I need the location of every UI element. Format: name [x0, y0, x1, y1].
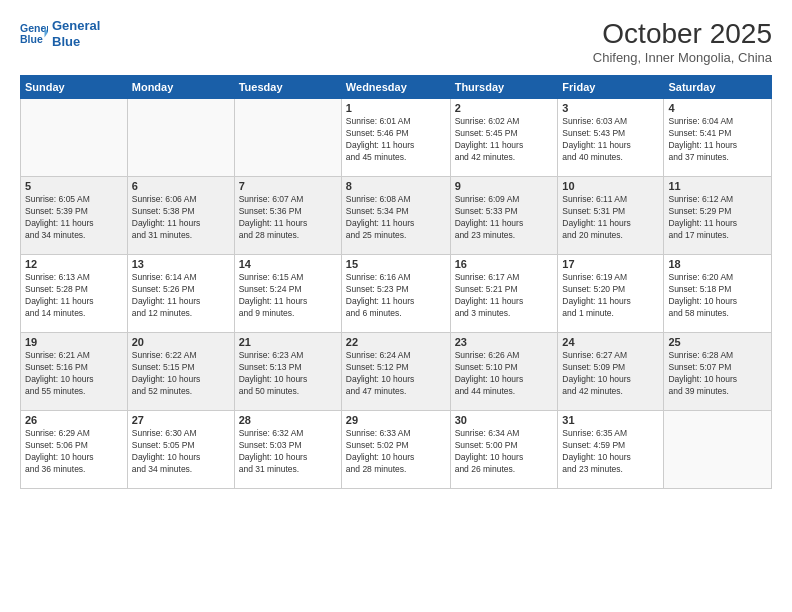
day-number: 3	[562, 102, 659, 114]
day-number: 19	[25, 336, 123, 348]
table-row: 24Sunrise: 6:27 AM Sunset: 5:09 PM Dayli…	[558, 333, 664, 411]
day-info: Sunrise: 6:14 AM Sunset: 5:26 PM Dayligh…	[132, 272, 230, 320]
day-number: 16	[455, 258, 554, 270]
table-row: 19Sunrise: 6:21 AM Sunset: 5:16 PM Dayli…	[21, 333, 128, 411]
day-number: 27	[132, 414, 230, 426]
col-saturday: Saturday	[664, 76, 772, 99]
table-row: 10Sunrise: 6:11 AM Sunset: 5:31 PM Dayli…	[558, 177, 664, 255]
logo-text-blue: Blue	[52, 34, 100, 50]
day-info: Sunrise: 6:26 AM Sunset: 5:10 PM Dayligh…	[455, 350, 554, 398]
col-sunday: Sunday	[21, 76, 128, 99]
day-number: 9	[455, 180, 554, 192]
table-row: 12Sunrise: 6:13 AM Sunset: 5:28 PM Dayli…	[21, 255, 128, 333]
day-number: 22	[346, 336, 446, 348]
day-info: Sunrise: 6:19 AM Sunset: 5:20 PM Dayligh…	[562, 272, 659, 320]
day-info: Sunrise: 6:30 AM Sunset: 5:05 PM Dayligh…	[132, 428, 230, 476]
logo: General Blue General Blue	[20, 18, 100, 49]
month-title: October 2025	[593, 18, 772, 50]
day-number: 2	[455, 102, 554, 114]
day-info: Sunrise: 6:27 AM Sunset: 5:09 PM Dayligh…	[562, 350, 659, 398]
table-row: 15Sunrise: 6:16 AM Sunset: 5:23 PM Dayli…	[341, 255, 450, 333]
day-number: 29	[346, 414, 446, 426]
location: Chifeng, Inner Mongolia, China	[593, 50, 772, 65]
day-number: 31	[562, 414, 659, 426]
table-row	[21, 99, 128, 177]
day-number: 18	[668, 258, 767, 270]
calendar: Sunday Monday Tuesday Wednesday Thursday…	[20, 75, 772, 489]
day-info: Sunrise: 6:16 AM Sunset: 5:23 PM Dayligh…	[346, 272, 446, 320]
col-thursday: Thursday	[450, 76, 558, 99]
day-number: 24	[562, 336, 659, 348]
day-info: Sunrise: 6:13 AM Sunset: 5:28 PM Dayligh…	[25, 272, 123, 320]
svg-text:Blue: Blue	[20, 32, 43, 44]
day-number: 20	[132, 336, 230, 348]
table-row: 20Sunrise: 6:22 AM Sunset: 5:15 PM Dayli…	[127, 333, 234, 411]
day-info: Sunrise: 6:32 AM Sunset: 5:03 PM Dayligh…	[239, 428, 337, 476]
calendar-week-row: 26Sunrise: 6:29 AM Sunset: 5:06 PM Dayli…	[21, 411, 772, 489]
col-friday: Friday	[558, 76, 664, 99]
col-wednesday: Wednesday	[341, 76, 450, 99]
day-number: 11	[668, 180, 767, 192]
calendar-header-row: Sunday Monday Tuesday Wednesday Thursday…	[21, 76, 772, 99]
table-row	[234, 99, 341, 177]
day-number: 8	[346, 180, 446, 192]
day-number: 1	[346, 102, 446, 114]
day-number: 6	[132, 180, 230, 192]
day-number: 10	[562, 180, 659, 192]
table-row: 31Sunrise: 6:35 AM Sunset: 4:59 PM Dayli…	[558, 411, 664, 489]
table-row: 29Sunrise: 6:33 AM Sunset: 5:02 PM Dayli…	[341, 411, 450, 489]
day-info: Sunrise: 6:22 AM Sunset: 5:15 PM Dayligh…	[132, 350, 230, 398]
table-row: 11Sunrise: 6:12 AM Sunset: 5:29 PM Dayli…	[664, 177, 772, 255]
day-info: Sunrise: 6:17 AM Sunset: 5:21 PM Dayligh…	[455, 272, 554, 320]
day-info: Sunrise: 6:34 AM Sunset: 5:00 PM Dayligh…	[455, 428, 554, 476]
day-info: Sunrise: 6:23 AM Sunset: 5:13 PM Dayligh…	[239, 350, 337, 398]
table-row: 27Sunrise: 6:30 AM Sunset: 5:05 PM Dayli…	[127, 411, 234, 489]
table-row: 9Sunrise: 6:09 AM Sunset: 5:33 PM Daylig…	[450, 177, 558, 255]
day-info: Sunrise: 6:28 AM Sunset: 5:07 PM Dayligh…	[668, 350, 767, 398]
header: General Blue General Blue October 2025 C…	[20, 18, 772, 65]
day-number: 30	[455, 414, 554, 426]
day-number: 12	[25, 258, 123, 270]
table-row: 28Sunrise: 6:32 AM Sunset: 5:03 PM Dayli…	[234, 411, 341, 489]
day-info: Sunrise: 6:35 AM Sunset: 4:59 PM Dayligh…	[562, 428, 659, 476]
calendar-week-row: 19Sunrise: 6:21 AM Sunset: 5:16 PM Dayli…	[21, 333, 772, 411]
table-row: 2Sunrise: 6:02 AM Sunset: 5:45 PM Daylig…	[450, 99, 558, 177]
day-info: Sunrise: 6:11 AM Sunset: 5:31 PM Dayligh…	[562, 194, 659, 242]
table-row: 17Sunrise: 6:19 AM Sunset: 5:20 PM Dayli…	[558, 255, 664, 333]
table-row	[664, 411, 772, 489]
table-row: 23Sunrise: 6:26 AM Sunset: 5:10 PM Dayli…	[450, 333, 558, 411]
calendar-week-row: 1Sunrise: 6:01 AM Sunset: 5:46 PM Daylig…	[21, 99, 772, 177]
day-number: 17	[562, 258, 659, 270]
day-number: 14	[239, 258, 337, 270]
day-number: 23	[455, 336, 554, 348]
day-number: 21	[239, 336, 337, 348]
day-info: Sunrise: 6:05 AM Sunset: 5:39 PM Dayligh…	[25, 194, 123, 242]
col-monday: Monday	[127, 76, 234, 99]
table-row: 4Sunrise: 6:04 AM Sunset: 5:41 PM Daylig…	[664, 99, 772, 177]
day-number: 26	[25, 414, 123, 426]
table-row: 1Sunrise: 6:01 AM Sunset: 5:46 PM Daylig…	[341, 99, 450, 177]
day-number: 4	[668, 102, 767, 114]
table-row	[127, 99, 234, 177]
logo-icon: General Blue	[20, 20, 48, 48]
table-row: 7Sunrise: 6:07 AM Sunset: 5:36 PM Daylig…	[234, 177, 341, 255]
table-row: 3Sunrise: 6:03 AM Sunset: 5:43 PM Daylig…	[558, 99, 664, 177]
day-number: 13	[132, 258, 230, 270]
day-info: Sunrise: 6:29 AM Sunset: 5:06 PM Dayligh…	[25, 428, 123, 476]
title-block: October 2025 Chifeng, Inner Mongolia, Ch…	[593, 18, 772, 65]
table-row: 22Sunrise: 6:24 AM Sunset: 5:12 PM Dayli…	[341, 333, 450, 411]
table-row: 6Sunrise: 6:06 AM Sunset: 5:38 PM Daylig…	[127, 177, 234, 255]
table-row: 26Sunrise: 6:29 AM Sunset: 5:06 PM Dayli…	[21, 411, 128, 489]
day-number: 5	[25, 180, 123, 192]
day-number: 15	[346, 258, 446, 270]
day-info: Sunrise: 6:04 AM Sunset: 5:41 PM Dayligh…	[668, 116, 767, 164]
day-info: Sunrise: 6:01 AM Sunset: 5:46 PM Dayligh…	[346, 116, 446, 164]
day-number: 28	[239, 414, 337, 426]
logo-text-general: General	[52, 18, 100, 34]
table-row: 25Sunrise: 6:28 AM Sunset: 5:07 PM Dayli…	[664, 333, 772, 411]
day-info: Sunrise: 6:15 AM Sunset: 5:24 PM Dayligh…	[239, 272, 337, 320]
table-row: 30Sunrise: 6:34 AM Sunset: 5:00 PM Dayli…	[450, 411, 558, 489]
calendar-week-row: 12Sunrise: 6:13 AM Sunset: 5:28 PM Dayli…	[21, 255, 772, 333]
day-info: Sunrise: 6:09 AM Sunset: 5:33 PM Dayligh…	[455, 194, 554, 242]
calendar-week-row: 5Sunrise: 6:05 AM Sunset: 5:39 PM Daylig…	[21, 177, 772, 255]
